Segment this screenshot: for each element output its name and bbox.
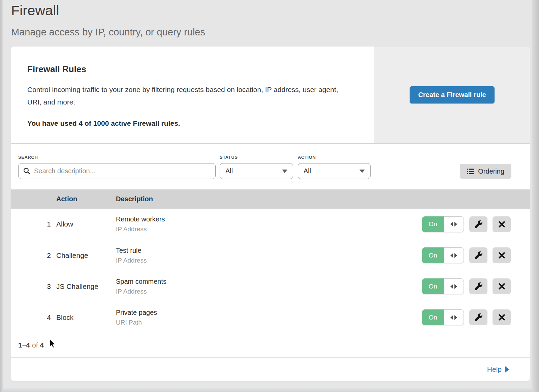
rule-description: Private pages (116, 309, 422, 316)
filter-bar: SEARCH STATUS All ACTION (11, 144, 530, 189)
rules-list-card: SEARCH STATUS All ACTION (11, 144, 530, 381)
rule-description: Test rule (116, 247, 422, 254)
chevron-down-icon (359, 170, 365, 173)
rule-toggle[interactable]: On (422, 309, 464, 325)
delete-rule-button[interactable] (493, 309, 511, 325)
search-icon (23, 168, 30, 175)
firewall-rules-card-info: Firewall Rules Control incoming traffic … (11, 47, 374, 143)
page-subtitle: Manage access by IP, country, or query r… (11, 27, 539, 38)
rule-description: Spam comments (116, 278, 422, 285)
wrench-icon (475, 282, 482, 290)
wrench-icon (475, 220, 482, 228)
toggle-arrows-icon (444, 278, 464, 294)
rule-number: 3 (11, 282, 56, 291)
status-select[interactable]: All (220, 163, 293, 179)
toggle-on-label: On (422, 309, 444, 325)
arrow-right-icon (505, 366, 509, 372)
toggle-on-label: On (422, 216, 444, 232)
window-left-edge (0, 0, 3, 392)
card-description: Control incoming traffic to your zone by… (27, 83, 347, 108)
rule-field: IP Address (116, 288, 422, 295)
table-row: 1 Allow Remote workers IP Address On (11, 209, 530, 240)
usage-text: You have used 4 of 1000 active Firewall … (27, 119, 358, 127)
rule-description: Remote workers (116, 215, 422, 223)
rule-field: IP Address (116, 225, 422, 233)
page-title: Firewall (11, 3, 539, 19)
rule-description-cell: Private pages URI Path (116, 309, 422, 326)
rule-description-cell: Remote workers IP Address (116, 215, 422, 233)
rule-field: URI Path (116, 319, 422, 326)
rule-action: Challenge (56, 251, 116, 260)
delete-rule-button[interactable] (493, 247, 511, 263)
rule-action: Allow (56, 220, 116, 228)
toggle-arrows-icon (444, 247, 464, 263)
window-bottom-edge (0, 388, 539, 392)
action-filter-group: ACTION All (293, 155, 371, 179)
search-input[interactable] (34, 167, 211, 175)
table-header-row: Action Description (11, 189, 530, 209)
pagination-total: 4 (40, 341, 44, 349)
rule-number: 1 (11, 220, 56, 228)
edit-rule-button[interactable] (469, 309, 487, 325)
help-link-label: Help (487, 365, 502, 373)
action-select[interactable]: All (298, 163, 371, 179)
rule-action: Block (56, 313, 116, 322)
toggle-arrows-icon (444, 309, 464, 325)
window-right-edge (532, 0, 539, 392)
search-filter-group: SEARCH (18, 155, 216, 179)
rule-controls: On (422, 278, 530, 294)
action-column-header: Action (56, 195, 116, 203)
toggle-on-label: On (422, 278, 444, 294)
ordered-list-icon (467, 169, 474, 174)
firewall-rules-card: Firewall Rules Control incoming traffic … (11, 47, 530, 143)
rule-toggle[interactable]: On (422, 216, 464, 232)
rule-field: IP Address (116, 257, 422, 264)
rule-controls: On (422, 216, 530, 232)
status-label: STATUS (220, 155, 293, 160)
page-header: Firewall Manage access by IP, country, o… (0, 0, 539, 38)
rule-controls: On (422, 247, 530, 263)
card-footer: Help (11, 357, 530, 381)
ordering-button[interactable]: Ordering (460, 164, 511, 179)
action-label: ACTION (298, 155, 371, 160)
toggle-arrows-icon (444, 216, 464, 232)
action-select-value: All (304, 167, 311, 175)
rule-description-cell: Test rule IP Address (116, 247, 422, 264)
close-icon (499, 252, 505, 259)
help-link[interactable]: Help (487, 365, 509, 373)
rule-number: 2 (11, 251, 56, 260)
ordering-button-label: Ordering (478, 168, 504, 175)
delete-rule-button[interactable] (493, 216, 511, 232)
edit-rule-button[interactable] (469, 216, 487, 232)
search-input-wrap (18, 163, 216, 179)
description-column-header: Description (116, 195, 511, 203)
rule-toggle[interactable]: On (422, 247, 464, 263)
wrench-icon (475, 313, 482, 321)
firewall-rules-card-actions: Create a Firewall rule (374, 47, 530, 143)
close-icon (499, 283, 505, 290)
toggle-on-label: On (422, 247, 444, 263)
edit-rule-button[interactable] (469, 278, 487, 294)
table-row: 4 Block Private pages URI Path On (11, 302, 530, 333)
rule-description-cell: Spam comments IP Address (116, 278, 422, 295)
chevron-down-icon (282, 170, 287, 173)
status-select-value: All (225, 167, 233, 175)
table-row: 2 Challenge Test rule IP Address On (11, 240, 530, 271)
close-icon (499, 221, 505, 228)
rule-number: 4 (11, 313, 56, 322)
rule-action: JS Challenge (56, 282, 116, 291)
firewall-page: Firewall Manage access by IP, country, o… (0, 0, 539, 392)
table-row: 3 JS Challenge Spam comments IP Address … (11, 271, 530, 302)
status-filter-group: STATUS All (216, 155, 293, 179)
rule-toggle[interactable]: On (422, 278, 464, 294)
pagination-range: 1–4 (18, 341, 30, 349)
wrench-icon (475, 251, 482, 259)
pagination: 1–4 of 4 (11, 333, 530, 357)
close-icon (499, 314, 505, 321)
create-firewall-rule-button[interactable]: Create a Firewall rule (410, 86, 494, 103)
pagination-of: of (32, 341, 38, 349)
edit-rule-button[interactable] (469, 247, 487, 263)
delete-rule-button[interactable] (493, 278, 511, 294)
rule-controls: On (422, 309, 530, 325)
card-heading: Firewall Rules (27, 64, 358, 74)
